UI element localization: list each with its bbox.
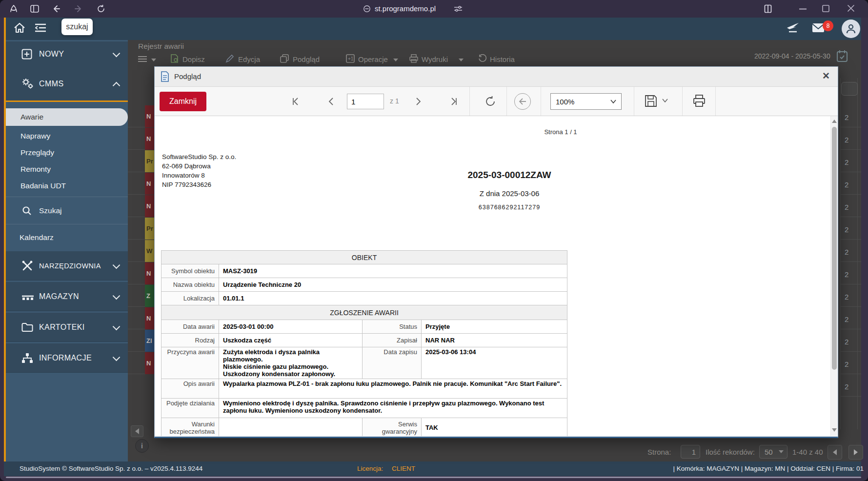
back-icon[interactable]	[52, 4, 61, 13]
send-icon[interactable]	[787, 22, 799, 34]
modal-toolbar: Zamknij z 1	[155, 87, 838, 116]
sidebar-item-informacje[interactable]: INFORMACJE	[6, 343, 128, 373]
mail-badge-count: 8	[827, 22, 830, 29]
sidebar-item-przeglady[interactable]: Przeglądy	[6, 144, 128, 161]
toolbar-operacje[interactable]: Operacje	[358, 55, 388, 63]
minimize-icon[interactable]	[799, 8, 807, 10]
last-page-icon[interactable]	[447, 96, 459, 107]
modal-page-input[interactable]	[347, 94, 384, 109]
info-icon[interactable]: i	[135, 439, 149, 453]
preview-icon[interactable]	[280, 54, 289, 63]
grid-menu-icon[interactable]	[138, 56, 147, 62]
field-label: Przyczyna awarii	[161, 347, 219, 379]
tab-sidebar-icon[interactable]	[30, 4, 39, 13]
hscroll-left-button[interactable]	[131, 425, 143, 437]
browser-titlebar: st.programdemo.pl	[0, 0, 868, 18]
sidebar-item-label: NOWY	[39, 50, 64, 59]
toolbar-dopisz[interactable]: Dopisz	[182, 55, 205, 63]
maximize-icon[interactable]	[822, 5, 829, 12]
grid-date-cell: 2	[841, 376, 860, 398]
home-icon[interactable]	[14, 22, 25, 33]
forward-icon[interactable]	[74, 4, 83, 13]
license-label: Licencja:	[357, 465, 383, 472]
zoom-select[interactable]: 100%	[550, 93, 622, 110]
add-record-icon[interactable]	[171, 54, 178, 63]
scroll-down-icon[interactable]	[832, 428, 837, 432]
doc-scrollbar-thumb[interactable]	[832, 127, 837, 370]
field-value: 2025-03-01 00:00	[219, 320, 363, 334]
back-circle-icon[interactable]	[514, 93, 531, 110]
sidebar-item-awarie[interactable]: Awarie	[6, 108, 128, 126]
sidebar-item-label: Awarie	[20, 113, 43, 121]
sidebar-item-nowy[interactable]: NOWY	[6, 41, 128, 67]
save-caret-icon[interactable]	[662, 99, 668, 102]
sidebar-item-label: Przeglądy	[20, 148, 54, 157]
address-bar[interactable]: st.programdemo.pl	[375, 4, 436, 13]
first-page-icon[interactable]	[290, 96, 302, 107]
field-value: Wypalarka plazmowa PLZ-01 - brak zapłonu…	[219, 379, 567, 399]
date-range[interactable]: 2022-09-04 - 2025-05-30	[754, 52, 830, 60]
prev-page-modal-icon[interactable]	[325, 96, 337, 107]
doc-barcode-number: 6387686292117279	[363, 204, 656, 211]
grid-filter-box-fragment[interactable]	[841, 82, 858, 96]
refresh-icon[interactable]	[483, 94, 498, 109]
sidebar-item-kartoteki[interactable]: KARTOTEKI	[6, 313, 128, 342]
field-value: NAR NAR	[422, 334, 567, 347]
grid-date-cell: 2	[841, 308, 860, 330]
license-value: CLIENT	[392, 465, 415, 472]
modal-close-icon[interactable]: ✕	[822, 70, 830, 81]
split-screen-icon[interactable]	[764, 4, 772, 13]
next-page-button[interactable]	[848, 445, 863, 460]
menu-collapse-icon[interactable]	[35, 23, 46, 32]
grid-status-cell: Pr	[145, 218, 154, 240]
field-value: Urządzenie Techniczne 20	[219, 278, 567, 292]
save-icon[interactable]	[645, 95, 657, 107]
sidebar-item-remonty[interactable]: Remonty	[6, 161, 128, 178]
toolbar-historia[interactable]: Historia	[490, 55, 515, 63]
close-window-icon[interactable]	[847, 4, 855, 12]
records-count-value: 50	[765, 448, 773, 456]
sidebar-item-naprawy[interactable]: Naprawy	[6, 128, 128, 144]
sidebar-item-cmms[interactable]: CMMS	[6, 67, 128, 102]
grid-date-cell: 2	[841, 263, 860, 285]
print-icon[interactable]	[693, 95, 706, 107]
grid-status-cell: Pr	[145, 150, 154, 172]
page-number-input[interactable]	[681, 445, 700, 459]
sidebar: NOWY CMMS Awarie Naprawy Przeglądy	[6, 40, 128, 461]
printouts-icon[interactable]	[409, 54, 418, 63]
field-value: 01.01.1	[219, 292, 567, 305]
context-info: | Komórka: MAGAZYN | Magazyn: MN | Oddzi…	[541, 465, 864, 472]
sidebar-item-magazyn[interactable]: MAGAZYN	[6, 282, 128, 311]
reload-icon[interactable]	[97, 4, 105, 13]
edit-icon[interactable]	[225, 54, 234, 63]
grid-status-cell: N	[145, 195, 154, 217]
search-tooltip: szukaj	[61, 19, 93, 35]
doc-scrollbar[interactable]	[830, 116, 838, 436]
zamknij-button[interactable]: Zamknij	[160, 92, 206, 111]
next-page-modal-icon[interactable]	[412, 96, 424, 107]
chevron-down-icon	[113, 322, 121, 330]
avatar[interactable]	[842, 20, 860, 38]
grid-status-cell: N	[145, 128, 154, 150]
records-count-select[interactable]: 50	[759, 445, 787, 459]
toolbar-wydruki[interactable]: Wydruki	[422, 55, 448, 63]
scroll-up-icon[interactable]	[832, 120, 837, 123]
toolbar-podglad[interactable]: Podgląd	[293, 55, 320, 63]
operations-icon[interactable]: +1	[346, 54, 355, 63]
grid-menu-caret-icon[interactable]	[151, 59, 156, 61]
sidebar-item-szukaj[interactable]: Szukaj	[6, 197, 128, 224]
company-line: Innowatorów 8	[162, 171, 236, 180]
prev-page-button[interactable]	[828, 445, 842, 460]
grid-date-cell: 2	[841, 286, 860, 308]
company-line: 62-069 Dąbrowa	[162, 161, 236, 171]
tune-icon[interactable]	[454, 5, 463, 13]
browser-logo-icon[interactable]	[9, 4, 19, 14]
history-icon[interactable]	[478, 54, 487, 63]
sidebar-item-badania-udt[interactable]: Badania UDT	[6, 178, 128, 194]
sidebar-item-narzedziownia[interactable]: NARZĘDZIOWNIA	[6, 251, 128, 281]
calendar-icon[interactable]	[836, 50, 848, 62]
toolbar-edycja[interactable]: Edycja	[238, 55, 260, 63]
grid-date-cell: 2	[841, 174, 860, 196]
sidebar-item-kalendarz[interactable]: Kalendarz	[6, 223, 128, 251]
pallet-icon	[21, 292, 34, 301]
